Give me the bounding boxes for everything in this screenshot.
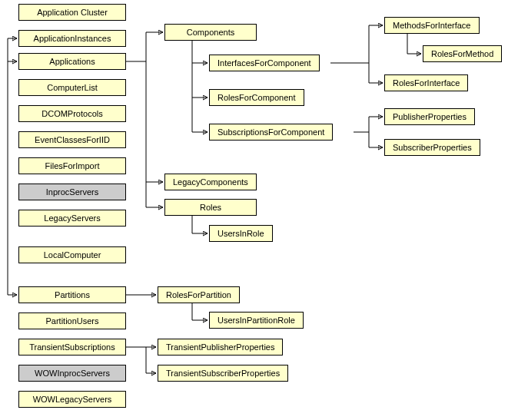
node-interfaces-for-component: InterfacesForComponent bbox=[209, 55, 320, 71]
node-applications: Applications bbox=[18, 53, 126, 70]
node-publisher-properties: PublisherProperties bbox=[384, 108, 475, 125]
node-partition-users: PartitionUsers bbox=[18, 313, 126, 329]
node-methods-for-interface: MethodsForInterface bbox=[384, 17, 480, 34]
node-computer-list: ComputerList bbox=[18, 79, 126, 96]
node-local-computer: LocalComputer bbox=[18, 246, 126, 263]
node-partitions: Partitions bbox=[18, 286, 126, 303]
node-wow-legacy-servers: WOWLegacyServers bbox=[18, 391, 126, 408]
node-roles-for-component: RolesForComponent bbox=[209, 89, 304, 106]
node-users-in-partition-role: UsersInPartitionRole bbox=[209, 312, 304, 329]
node-components: Components bbox=[164, 24, 257, 41]
node-files-for-import: FilesForImport bbox=[18, 157, 126, 174]
node-event-classes-for-iid: EventClassesForIID bbox=[18, 131, 126, 148]
node-legacy-components: LegacyComponents bbox=[164, 174, 257, 190]
node-transient-publisher-properties: TransientPublisherProperties bbox=[158, 339, 283, 356]
node-dcom-protocols: DCOMProtocols bbox=[18, 105, 126, 122]
node-inproc-servers: InprocServers bbox=[18, 184, 126, 200]
node-transient-subscriptions: TransientSubscriptions bbox=[18, 339, 126, 356]
node-roles-for-partition: RolesForPartition bbox=[158, 286, 240, 303]
node-subscriptions-for-component: SubscriptionsForComponent bbox=[209, 124, 333, 141]
node-wow-inproc-servers: WOWInprocServers bbox=[18, 365, 126, 382]
node-roles: Roles bbox=[164, 199, 257, 216]
node-legacy-servers: LegacyServers bbox=[18, 210, 126, 227]
node-application-instances: ApplicationInstances bbox=[18, 30, 126, 47]
node-roles-for-interface: RolesForInterface bbox=[384, 74, 468, 91]
node-roles-for-method: RolesForMethod bbox=[423, 45, 502, 62]
node-subscriber-properties: SubscriberProperties bbox=[384, 139, 480, 156]
node-transient-subscriber-properties: TransientSubscriberProperties bbox=[158, 365, 288, 382]
node-application-cluster: Application Cluster bbox=[18, 4, 126, 21]
node-users-in-role: UsersInRole bbox=[209, 225, 273, 242]
